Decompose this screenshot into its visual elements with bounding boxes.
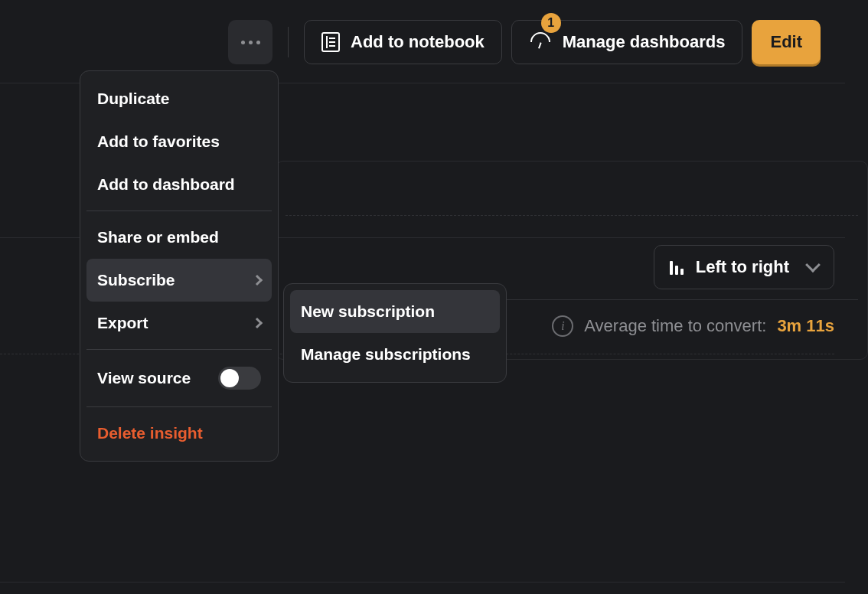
- toggle-switch[interactable]: [218, 367, 261, 390]
- add-to-notebook-button[interactable]: Add to notebook: [304, 20, 502, 64]
- menu-label: Share or embed: [97, 228, 219, 246]
- divider: [0, 582, 845, 583]
- more-options-menu: Duplicate Add to favorites Add to dashbo…: [80, 70, 279, 462]
- menu-label: Add to dashboard: [97, 175, 235, 194]
- more-horizontal-icon: [241, 41, 260, 44]
- toolbar: Add to notebook 1 Manage dashboards Edit: [0, 20, 868, 64]
- menu-separator: [86, 349, 272, 350]
- menu-item-view-source[interactable]: View source: [86, 354, 272, 402]
- menu-label: Delete insight: [97, 424, 203, 442]
- select-label: Left to right: [696, 257, 789, 277]
- menu-label: Duplicate: [97, 90, 170, 108]
- menu-item-duplicate[interactable]: Duplicate: [86, 77, 272, 120]
- button-label: Edit: [770, 32, 802, 51]
- menu-item-subscribe[interactable]: Subscribe: [86, 259, 272, 302]
- menu-item-share-or-embed[interactable]: Share or embed: [86, 216, 272, 259]
- chevron-down-icon: [805, 257, 821, 273]
- bar-chart-icon: [670, 259, 684, 275]
- menu-separator: [86, 406, 272, 407]
- menu-label: Subscribe: [97, 271, 175, 289]
- submenu-item-new-subscription[interactable]: New subscription: [290, 290, 500, 333]
- notebook-icon: [321, 32, 340, 52]
- avg-time-stat: i Average time to convert: 3m 11s: [552, 315, 834, 337]
- menu-item-export[interactable]: Export: [86, 302, 272, 344]
- notification-badge: 1: [541, 13, 561, 33]
- menu-label: New subscription: [301, 302, 435, 321]
- layout-direction-select[interactable]: Left to right: [654, 245, 834, 289]
- menu-label: Manage subscriptions: [301, 345, 471, 364]
- subscribe-submenu: New subscription Manage subscriptions: [283, 283, 507, 383]
- menu-label: Export: [97, 314, 148, 332]
- manage-dashboards-button[interactable]: 1 Manage dashboards: [511, 20, 743, 64]
- info-icon: i: [552, 315, 573, 337]
- divider: [286, 215, 858, 216]
- menu-item-add-to-favorites[interactable]: Add to favorites: [86, 120, 272, 163]
- menu-label: View source: [97, 369, 191, 387]
- gauge-icon: [529, 31, 552, 54]
- chevron-right-icon: [252, 275, 263, 286]
- stat-value: 3m 11s: [777, 316, 834, 336]
- divider: [288, 27, 289, 57]
- menu-item-delete-insight[interactable]: Delete insight: [86, 412, 272, 455]
- stat-label: Average time to convert:: [584, 316, 766, 336]
- button-label: Manage dashboards: [563, 32, 726, 52]
- submenu-item-manage-subscriptions[interactable]: Manage subscriptions: [290, 333, 500, 376]
- edit-button[interactable]: Edit: [752, 20, 821, 64]
- menu-separator: [86, 211, 272, 211]
- menu-item-add-to-dashboard[interactable]: Add to dashboard: [86, 163, 272, 206]
- chevron-right-icon: [252, 318, 263, 328]
- menu-label: Add to favorites: [97, 132, 220, 151]
- button-label: Add to notebook: [351, 32, 485, 52]
- more-options-button[interactable]: [228, 20, 272, 64]
